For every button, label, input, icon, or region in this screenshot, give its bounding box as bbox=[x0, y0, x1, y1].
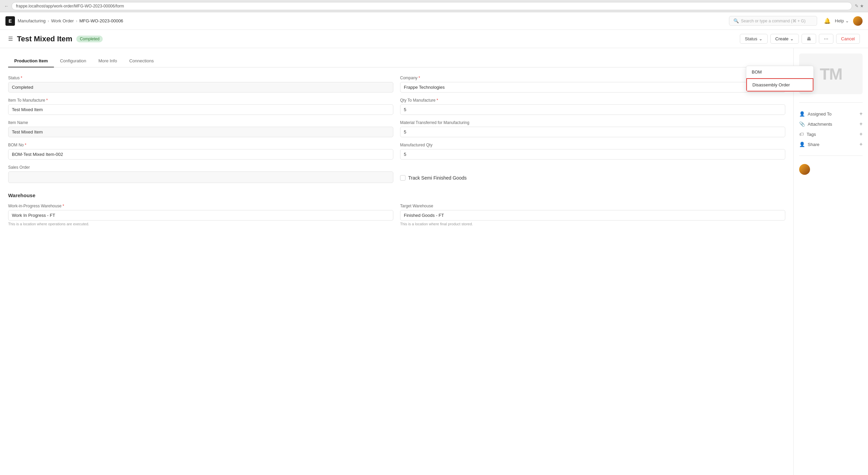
field-item-to-manufacture: Item To Manufacture * Test Mixed Item bbox=[8, 98, 393, 115]
field-item-name: Item Name Test Mixed Item bbox=[8, 120, 393, 137]
sidebar-panel: TM 👤 Assigned To + 📎 bbox=[793, 48, 868, 475]
sidebar-share[interactable]: 👤 Share + bbox=[799, 141, 863, 147]
print-button[interactable]: 🖶 bbox=[802, 34, 816, 44]
content-area: Production Item Configuration More Info … bbox=[0, 48, 868, 475]
global-search[interactable]: 🔍 Search or type a command (⌘ + G) bbox=[729, 16, 817, 26]
target-hint: This is a location where final product s… bbox=[400, 222, 785, 226]
share-label: Share bbox=[808, 142, 820, 147]
tags-add-icon[interactable]: + bbox=[860, 131, 863, 137]
page-body: ☰ Test Mixed Item Completed Status ⌄ Cre… bbox=[0, 30, 868, 475]
user-avatar-nav[interactable] bbox=[853, 16, 863, 26]
breadcrumb-current: MFG-WO-2023-00006 bbox=[79, 18, 123, 23]
form-row-status-company: Status * Completed Company * Frappe Tech… bbox=[8, 76, 785, 92]
target-warehouse-label: Target Warehouse bbox=[400, 204, 785, 208]
sidebar-assigned-to[interactable]: 👤 Assigned To + bbox=[799, 111, 863, 117]
more-button[interactable]: ⋯ bbox=[819, 34, 833, 44]
search-icon: 🔍 bbox=[733, 18, 739, 23]
attachments-add-icon[interactable]: + bbox=[860, 121, 863, 127]
attachments-left: 📎 Attachments bbox=[799, 121, 832, 127]
assigned-to-left: 👤 Assigned To bbox=[799, 111, 832, 117]
breadcrumb-manufacturing[interactable]: Manufacturing bbox=[18, 18, 45, 23]
app-container: E Manufacturing › Work Order › MFG-WO-20… bbox=[0, 12, 868, 475]
cancel-button[interactable]: Cancel bbox=[836, 34, 860, 44]
qty-manufacture-label: Qty To Manufacture * bbox=[400, 98, 785, 103]
form-section-main: Status * Completed Company * Frappe Tech… bbox=[8, 76, 785, 183]
assigned-to-add-icon[interactable]: + bbox=[860, 111, 863, 117]
wip-hint: This is a location where operations are … bbox=[8, 222, 393, 226]
main-content: Production Item Configuration More Info … bbox=[0, 48, 793, 475]
dropdown-item-bom[interactable]: BOM bbox=[746, 66, 813, 78]
tab-production-item[interactable]: Production Item bbox=[8, 55, 54, 67]
tab-bar: Production Item Configuration More Info … bbox=[8, 55, 785, 67]
share-add-icon[interactable]: + bbox=[860, 141, 863, 147]
status-label: Status * bbox=[8, 76, 393, 80]
breadcrumb-work-order[interactable]: Work Order bbox=[51, 18, 74, 23]
tags-left: 🏷 Tags bbox=[799, 131, 816, 137]
sidebar-user-avatar[interactable] bbox=[799, 164, 810, 175]
item-manufacture-value: Test Mixed Item bbox=[8, 104, 393, 115]
page-title: Test Mixed Item bbox=[17, 35, 72, 43]
app-logo[interactable]: E bbox=[5, 16, 15, 26]
watermark-text: TM bbox=[820, 65, 842, 83]
sales-order-value[interactable] bbox=[8, 171, 393, 183]
page-header: ☰ Test Mixed Item Completed Status ⌄ Cre… bbox=[0, 30, 868, 48]
tags-label: Tags bbox=[807, 132, 816, 137]
field-qty-to-manufacture: Qty To Manufacture * 5 bbox=[400, 98, 785, 115]
url-bar[interactable]: frappe.localhost/app/work-order/MFG-WO-2… bbox=[12, 2, 852, 10]
search-placeholder: Search or type a command (⌘ + G) bbox=[741, 19, 805, 23]
breadcrumb: Manufacturing › Work Order › MFG-WO-2023… bbox=[18, 18, 123, 23]
company-value: Frappe Technologies bbox=[400, 82, 785, 92]
create-dropdown: BOM Disassembly Order bbox=[746, 66, 814, 92]
top-nav: E Manufacturing › Work Order › MFG-WO-20… bbox=[0, 12, 868, 30]
sidebar-attachments[interactable]: 📎 Attachments + bbox=[799, 121, 863, 127]
form-row-bom-mfg-qty: BOM No * BOM-Test Mixed Item-002 Manufac… bbox=[8, 143, 785, 160]
track-semi-checkbox[interactable] bbox=[400, 175, 406, 181]
status-chevron-icon: ⌄ bbox=[759, 36, 763, 41]
tags-icon: 🏷 bbox=[799, 131, 804, 137]
browser-bar: ← frappe.localhost/app/work-order/MFG-WO… bbox=[0, 0, 868, 12]
material-transferred-value: 5 bbox=[400, 127, 785, 137]
form-row-item-qty: Item To Manufacture * Test Mixed Item Qt… bbox=[8, 98, 785, 115]
attachments-label: Attachments bbox=[808, 122, 832, 127]
assigned-to-icon: 👤 bbox=[799, 111, 805, 117]
sidebar-tags[interactable]: 🏷 Tags + bbox=[799, 131, 863, 137]
assigned-to-label: Assigned To bbox=[808, 111, 832, 117]
field-sales-order: Sales Order bbox=[8, 165, 393, 183]
warehouse-section: Warehouse Work-in-Progress Warehouse * W… bbox=[8, 192, 785, 226]
notification-icon[interactable]: 🔔 bbox=[824, 18, 831, 24]
header-actions: Status ⌄ Create ⌄ 🖶 ⋯ Cancel bbox=[740, 34, 860, 44]
share-left: 👤 Share bbox=[799, 142, 820, 147]
track-semi-row: Track Semi Finished Goods bbox=[400, 175, 467, 181]
browser-back-icon[interactable]: ← bbox=[4, 3, 9, 9]
hamburger-icon[interactable]: ☰ bbox=[8, 36, 13, 42]
form-row-sales-track: Sales Order Track Semi Finished Goods bbox=[8, 165, 785, 183]
browser-icons: ✎ ★ bbox=[855, 3, 864, 8]
warehouse-section-title: Warehouse bbox=[8, 192, 785, 198]
wip-warehouse-value: Work In Progress - FT bbox=[8, 210, 393, 221]
create-button[interactable]: Create ⌄ bbox=[770, 34, 799, 44]
sidebar-divider-2 bbox=[799, 156, 863, 156]
create-chevron-icon: ⌄ bbox=[790, 36, 794, 41]
manufactured-qty-value: 5 bbox=[400, 149, 785, 160]
status-button[interactable]: Status ⌄ bbox=[740, 34, 768, 44]
status-badge: Completed bbox=[76, 36, 103, 42]
field-material-transferred: Material Transferred for Manufacturing 5 bbox=[400, 120, 785, 137]
field-wip-warehouse: Work-in-Progress Warehouse * Work In Pro… bbox=[8, 204, 393, 226]
form-row-warehouses: Work-in-Progress Warehouse * Work In Pro… bbox=[8, 204, 785, 226]
field-bom-no: BOM No * BOM-Test Mixed Item-002 bbox=[8, 143, 393, 160]
field-target-warehouse: Target Warehouse Finished Goods - FT Thi… bbox=[400, 204, 785, 226]
chevron-down-icon: ⌄ bbox=[845, 18, 849, 23]
status-value: Completed bbox=[8, 82, 393, 92]
dropdown-item-disassembly[interactable]: Disassembly Order bbox=[746, 78, 813, 91]
tab-more-info[interactable]: More Info bbox=[92, 55, 123, 67]
item-name-value: Test Mixed Item bbox=[8, 127, 393, 137]
item-name-label: Item Name bbox=[8, 120, 393, 125]
material-transferred-label: Material Transferred for Manufacturing bbox=[400, 120, 785, 125]
nav-icons: 🔔 Help ⌄ bbox=[824, 16, 863, 26]
tab-connections[interactable]: Connections bbox=[123, 55, 160, 67]
company-label: Company * bbox=[400, 76, 785, 80]
tab-configuration[interactable]: Configuration bbox=[54, 55, 92, 67]
sidebar-divider-1 bbox=[799, 102, 863, 103]
help-button[interactable]: Help ⌄ bbox=[835, 18, 849, 23]
qty-manufacture-value: 5 bbox=[400, 104, 785, 115]
